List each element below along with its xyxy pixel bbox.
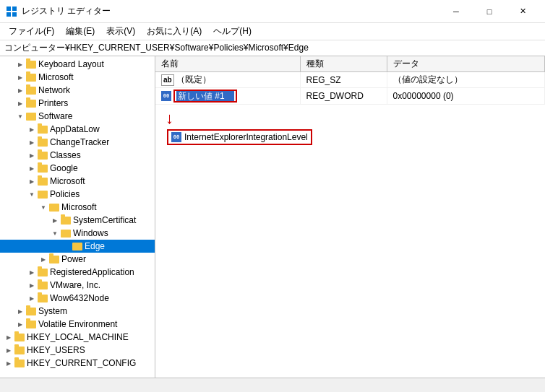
label-appdatalow: AppDataLow (50, 124, 100, 134)
toggle-microsoft2[interactable] (26, 175, 38, 187)
tree-item-volatile[interactable]: Volatile Environment (0, 318, 155, 331)
tree-item-hkey-local[interactable]: HKEY_LOCAL_MACHINE (0, 331, 155, 344)
tree-item-registeredapp[interactable]: RegisteredApplication (0, 266, 155, 279)
tree-item-wow6432[interactable]: Wow6432Node (0, 292, 155, 305)
tree-item-vmware[interactable]: VMware, Inc. (0, 279, 155, 292)
tree-item-power[interactable]: Power (0, 253, 155, 266)
folder-icon-google (38, 165, 48, 173)
tree-item-software[interactable]: Software (0, 110, 155, 123)
tree-item-systemcertificat[interactable]: SystemCertificat (0, 214, 155, 227)
folder-icon-software (26, 113, 36, 121)
tree-item-keyboard-layout[interactable]: Keyboard Layout (0, 58, 155, 71)
menu-bar: ファイル(F) 編集(E) 表示(V) お気に入り(A) ヘルプ(H) (0, 23, 545, 40)
label-changetracker: ChangeTracker (50, 137, 109, 147)
tree-item-hkey-users[interactable]: HKEY_USERS (0, 344, 155, 357)
close-button[interactable]: ✕ (506, 0, 539, 23)
label-software: Software (38, 111, 72, 121)
tree-item-printers[interactable]: Printers (0, 97, 155, 110)
toggle-printers[interactable] (14, 97, 26, 109)
folder-icon-changetracker (38, 139, 48, 147)
toggle-vmware[interactable] (26, 279, 38, 291)
label-windows: Windows (73, 228, 108, 238)
title-bar: レジストリ エディター ─ □ ✕ (0, 0, 545, 23)
label-wow6432: Wow6432Node (50, 293, 109, 303)
label-power: Power (61, 254, 86, 264)
folder-icon-wow6432 (38, 295, 48, 302)
folder-icon-policies (38, 191, 48, 199)
toggle-windows[interactable] (49, 227, 61, 239)
toggle-appdatalow[interactable] (26, 123, 38, 135)
tree-item-network[interactable]: Network (0, 84, 155, 97)
cell-name-newvalue: 00 (155, 88, 300, 105)
status-bar (0, 378, 545, 392)
menu-edit[interactable]: 編集(E) (60, 24, 100, 40)
tree-item-classes[interactable]: Classes (0, 149, 155, 162)
toggle-google[interactable] (26, 162, 38, 174)
svg-rect-0 (7, 6, 11, 11)
folder-icon-registeredapp (38, 269, 48, 276)
tree-item-system[interactable]: System (0, 305, 155, 318)
toggle-wow6432[interactable] (26, 292, 38, 304)
label-microsoft: Microsoft (38, 72, 74, 82)
rename-input[interactable] (176, 91, 234, 101)
cell-data-default: （値の設定なし） (387, 72, 545, 88)
tree-item-policies[interactable]: Policies (0, 188, 155, 201)
label-hkey-config: HKEY_CURRENT_CONFIG (27, 358, 136, 368)
toggle-system[interactable] (14, 305, 26, 317)
name-default: （既定） (176, 74, 211, 86)
toggle-power[interactable] (38, 253, 49, 265)
toggle-policies[interactable] (26, 188, 38, 200)
toggle-systemcertificat[interactable] (49, 214, 61, 226)
tree-item-changetracker[interactable]: ChangeTracker (0, 136, 155, 149)
menu-file[interactable]: ファイル(F) (3, 24, 60, 40)
tree-item-google[interactable]: Google (0, 162, 155, 175)
toggle-network[interactable] (14, 84, 26, 96)
toggle-volatile[interactable] (14, 318, 26, 330)
label-hkey-users: HKEY_USERS (27, 345, 85, 355)
folder-icon-volatile (26, 321, 36, 328)
folder-icon-power (49, 256, 59, 263)
toggle-classes[interactable] (26, 149, 38, 161)
label-printers: Printers (38, 98, 68, 108)
label-registeredapp: RegisteredApplication (50, 267, 134, 277)
folder-icon-windows (61, 230, 71, 238)
tree-panel[interactable]: Keyboard Layout Microsoft Network Printe… (0, 56, 155, 378)
new-entry-container: 00 InternetExplorerIntegrationLevel (155, 129, 545, 145)
toggle-registeredapp[interactable] (26, 266, 38, 278)
toggle-software[interactable] (14, 110, 26, 122)
rename-box (173, 90, 237, 103)
toggle-keyboard-layout[interactable] (14, 58, 26, 70)
toggle-hkey-users[interactable] (3, 344, 14, 356)
cell-type-default: REG_SZ (300, 72, 387, 88)
tree-item-windows[interactable]: Windows (0, 227, 155, 240)
label-policies: Policies (50, 189, 80, 199)
toggle-microsoft3[interactable] (38, 201, 49, 213)
toggle-microsoft[interactable] (14, 71, 26, 83)
tree-item-hkey-config[interactable]: HKEY_CURRENT_CONFIG (0, 357, 155, 370)
toggle-hkey-config[interactable] (3, 357, 14, 369)
menu-view[interactable]: 表示(V) (100, 24, 141, 40)
window-controls: ─ □ ✕ (439, 0, 539, 23)
folder-icon-network (26, 87, 36, 95)
toggle-hkey-local[interactable] (3, 331, 14, 343)
toggle-changetracker[interactable] (26, 136, 38, 148)
table-row[interactable]: ab （既定） REG_SZ （値の設定なし） (155, 72, 545, 88)
dword-icon: 00 (161, 91, 171, 101)
address-label: コンピューター¥HKEY_CURRENT_USER¥Software¥Polic… (4, 42, 309, 54)
folder-icon-microsoft2 (38, 178, 48, 186)
ab-icon: ab (161, 74, 174, 86)
tree-item-edge[interactable]: Edge (0, 240, 155, 253)
app-icon (6, 6, 17, 17)
maximize-button[interactable]: □ (473, 0, 506, 23)
menu-favorites[interactable]: お気に入り(A) (141, 24, 207, 40)
svg-rect-3 (12, 12, 17, 17)
menu-help[interactable]: ヘルプ(H) (207, 24, 257, 40)
minimize-button[interactable]: ─ (439, 0, 473, 23)
tree-item-microsoft2[interactable]: Microsoft (0, 175, 155, 188)
label-systemcertificat: SystemCertificat (73, 215, 136, 225)
table-row-newvalue[interactable]: 00 REG_DWORD 0x00000000 (0) (155, 88, 545, 105)
tree-item-appdatalow[interactable]: AppDataLow (0, 123, 155, 136)
tree-item-microsoft[interactable]: Microsoft (0, 71, 155, 84)
main-area: Keyboard Layout Microsoft Network Printe… (0, 56, 545, 378)
tree-item-microsoft3[interactable]: Microsoft (0, 201, 155, 214)
